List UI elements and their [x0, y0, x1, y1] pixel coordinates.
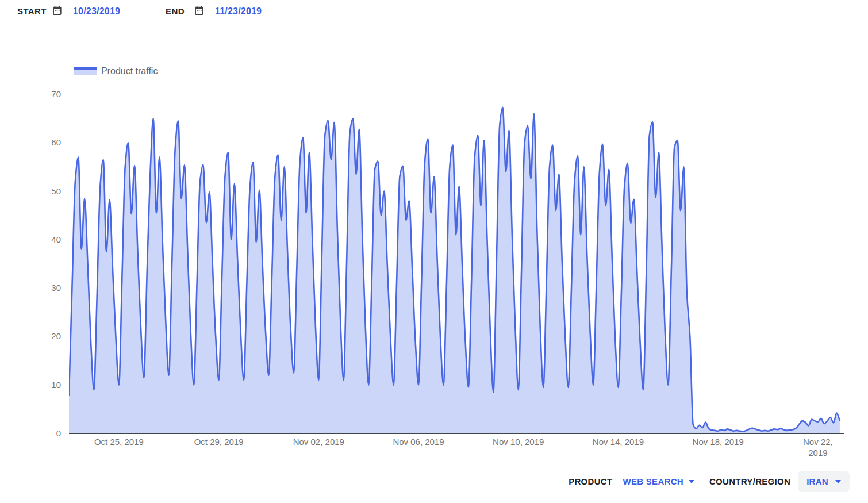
- area-fill: [69, 107, 840, 433]
- x-tick-label: Nov 18, 2019: [693, 436, 744, 447]
- start-date-field[interactable]: 10/23/2019: [73, 5, 120, 18]
- traffic-area-chart: [69, 94, 844, 434]
- y-tick-label: 40: [33, 234, 61, 245]
- x-tick-label: Nov 22, 2019: [803, 436, 833, 458]
- x-tick-label: Oct 25, 2019: [94, 436, 144, 447]
- chart-canvas: [69, 94, 844, 434]
- y-tick-label: 60: [33, 137, 61, 148]
- chevron-down-icon: [835, 480, 841, 483]
- legend-area-swatch-icon: [74, 67, 97, 75]
- y-tick-label: 20: [33, 331, 61, 342]
- x-tick-label: Nov 14, 2019: [593, 436, 644, 447]
- y-tick-label: 10: [33, 379, 61, 391]
- y-tick-label: 30: [33, 282, 61, 294]
- legend-label: Product traffic: [101, 66, 158, 77]
- country-region-label: COUNTRY/REGION: [709, 477, 790, 486]
- product-label: PRODUCT: [569, 477, 612, 486]
- start-date-label: START: [17, 5, 47, 18]
- calendar-icon: [194, 5, 205, 16]
- y-tick-label: 50: [33, 186, 61, 197]
- country-dropdown[interactable]: IRAN: [798, 471, 850, 492]
- start-calendar-button[interactable]: [52, 5, 63, 16]
- x-tick-label: Nov 02, 2019: [293, 436, 344, 447]
- calendar-icon: [52, 5, 63, 16]
- x-tick-label: Nov 06, 2019: [393, 436, 444, 447]
- x-tick-label: Oct 29, 2019: [194, 436, 244, 447]
- transparency-report-traffic-page: START 10/23/2019 END 11/23/2019 Product …: [0, 0, 868, 503]
- end-date-field[interactable]: 11/23/2019: [215, 5, 262, 18]
- x-axis-line: [69, 433, 844, 434]
- end-calendar-button[interactable]: [194, 5, 205, 16]
- chart-filter-bar: PRODUCT WEB SEARCH COUNTRY/REGION IRAN: [569, 471, 850, 492]
- x-tick-label: Nov 10, 2019: [493, 436, 544, 447]
- y-tick-label: 70: [33, 89, 61, 100]
- y-tick-label: 0: [33, 428, 61, 439]
- end-date-label: END: [166, 5, 185, 18]
- product-dropdown[interactable]: WEB SEARCH: [623, 477, 694, 486]
- chevron-down-icon: [689, 480, 694, 483]
